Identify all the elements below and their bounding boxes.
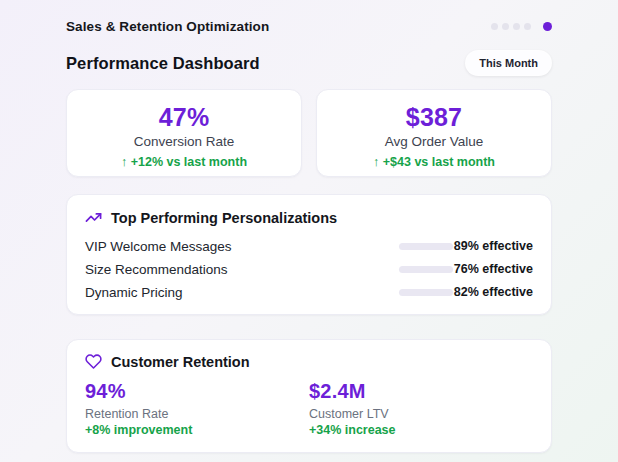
stat-value: 94%	[85, 380, 309, 403]
stat-label: Customer LTV	[309, 407, 533, 421]
retention-stats: 94% Retention Rate +8% improvement $2.4M…	[85, 380, 533, 437]
stat-delta: ↑ +$43 vs last month	[325, 155, 543, 169]
row-label: Size Recommendations	[85, 262, 399, 277]
step-dot[interactable]	[524, 23, 531, 30]
row-label: VIP Welcome Messages	[85, 239, 399, 254]
personalizations-header: Top Performing Personalizations	[85, 209, 533, 226]
personalization-row: Dynamic Pricing 82% effective	[85, 285, 533, 299]
trending-up-icon	[85, 209, 102, 226]
personalizations-title: Top Performing Personalizations	[111, 210, 337, 226]
heading-row: Performance Dashboard This Month	[66, 50, 552, 76]
personalizations-rows: VIP Welcome Messages 89% effective Size …	[85, 239, 533, 299]
personalization-row: VIP Welcome Messages 89% effective	[85, 239, 533, 253]
step-dot[interactable]	[502, 23, 509, 30]
stat-label: Retention Rate	[85, 407, 309, 421]
step-dot-active[interactable]	[543, 22, 552, 31]
effectiveness-value: 76% effective	[453, 262, 533, 276]
app-title: Sales & Retention Optimization	[66, 19, 269, 34]
heart-icon	[85, 353, 102, 370]
effectiveness-value: 82% effective	[453, 285, 533, 299]
stat-delta: +34% increase	[309, 423, 533, 437]
stat-value: $387	[325, 103, 543, 132]
step-dot[interactable]	[513, 23, 520, 30]
stat-cards-row: 47% Conversion Rate ↑ +12% vs last month…	[66, 89, 552, 177]
progress-bar	[399, 266, 453, 273]
step-dots	[491, 22, 552, 31]
stat-delta: ↑ +12% vs last month	[75, 155, 293, 169]
period-badge[interactable]: This Month	[465, 50, 552, 76]
conversion-rate-card: 47% Conversion Rate ↑ +12% vs last month	[66, 89, 302, 177]
row-label: Dynamic Pricing	[85, 285, 399, 300]
stat-value: $2.4M	[309, 380, 533, 403]
customer-retention-card: Customer Retention 94% Retention Rate +8…	[66, 339, 552, 453]
avg-order-value-card: $387 Avg Order Value ↑ +$43 vs last mont…	[316, 89, 552, 177]
personalizations-card: Top Performing Personalizations VIP Welc…	[66, 194, 552, 315]
stat-label: Conversion Rate	[75, 134, 293, 149]
personalization-row: Size Recommendations 76% effective	[85, 262, 533, 276]
top-bar: Sales & Retention Optimization	[66, 16, 552, 36]
step-dot[interactable]	[491, 23, 498, 30]
effectiveness-value: 89% effective	[453, 239, 533, 253]
stat-label: Avg Order Value	[325, 134, 543, 149]
page-title: Performance Dashboard	[66, 54, 260, 73]
stat-value: 47%	[75, 103, 293, 132]
dashboard-page: Sales & Retention Optimization Performan…	[0, 0, 618, 453]
retention-rate-stat: 94% Retention Rate +8% improvement	[85, 380, 309, 437]
progress-bar	[399, 289, 453, 296]
customer-ltv-stat: $2.4M Customer LTV +34% increase	[309, 380, 533, 437]
retention-header: Customer Retention	[85, 353, 533, 370]
stat-delta: +8% improvement	[85, 423, 309, 437]
retention-title: Customer Retention	[111, 354, 250, 370]
progress-bar	[399, 243, 453, 250]
